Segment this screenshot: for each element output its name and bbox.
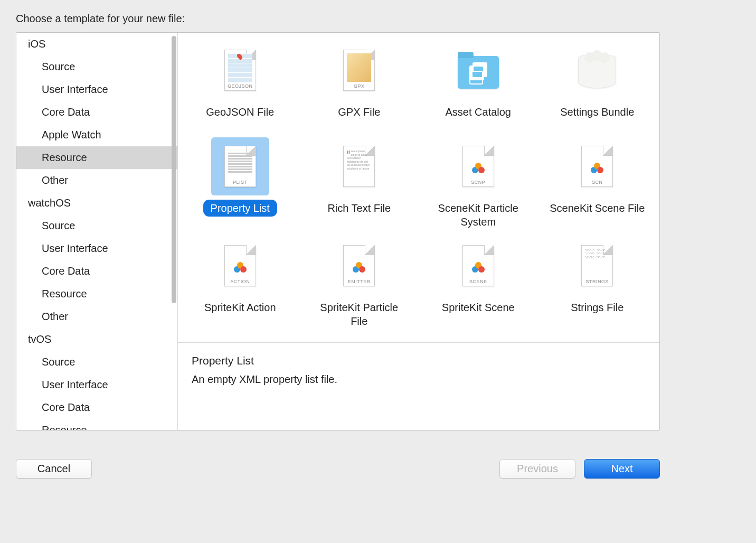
balls-file-icon: ACTION [224,245,256,286]
geojson-file-icon: GEOJSON [224,50,256,91]
sidebar-item-apple-watch[interactable]: Apple Watch [16,124,177,146]
template-item-settings-bundle[interactable]: Settings Bundle [541,41,655,131]
template-item-spritekit-action[interactable]: ACTIONSpriteKit Action [183,237,297,330]
template-label: SpriteKit Particle File [304,299,414,330]
template-label: GeoJSON File [199,104,281,131]
template-grid[interactable]: GEOJSONGeoJSON FileGPXGPX FileAsset Cata… [178,33,659,342]
sidebar-item-other[interactable]: Other [16,169,177,192]
dialog-button-bar: Cancel Previous Next [16,459,660,479]
template-icon-wrap [568,41,626,99]
template-label: SceneKit Scene File [542,200,652,227]
sidebar-scrollbar-thumb[interactable] [172,36,176,303]
template-icon-wrap: SCENE [449,237,507,295]
template-label: SpriteKit Scene [434,299,522,326]
template-label: SceneKit Particle System [423,200,534,230]
dialog-title: Choose a template for your new file: [0,0,676,32]
template-item-scenekit-particle-system[interactable]: SCNPSceneKit Particle System [421,137,535,230]
template-icon-wrap: PLIST [211,137,269,195]
sidebar-item-resource[interactable]: Resource [16,146,177,169]
template-icon-wrap: orem ipsum dolor sit amet consectetur ad… [330,137,388,195]
template-item-property-list[interactable]: PLISTProperty List [183,137,297,230]
gpx-file-icon: GPX [343,50,375,91]
new-file-template-dialog: Choose a template for your new file: iOS… [0,0,676,486]
template-category-sidebar[interactable]: iOSSourceUser InterfaceCore DataApple Wa… [16,33,178,430]
template-label: Rich Text File [320,200,398,227]
cancel-button[interactable]: Cancel [16,459,92,479]
sidebar-item-source[interactable]: Source [16,214,177,237]
template-item-spritekit-particle-file[interactable]: EMITTERSpriteKit Particle File [303,237,417,330]
template-label: Settings Bundle [553,104,641,131]
template-icon-wrap: GPX [330,41,388,99]
template-icon-wrap: SCNP [449,137,507,195]
template-icon-wrap: SCN [568,137,626,195]
sidebar-item-user-interface[interactable]: User Interface [16,78,177,101]
strings-file-icon: "k"="v"; "a"="b"; "c"="d"; "e"="f"; "g"=… [581,245,613,286]
template-label: Strings File [563,299,631,326]
template-item-spritekit-scene[interactable]: SCENESpriteKit Scene [421,237,535,330]
template-icon-wrap [449,41,507,99]
detail-title: Property List [192,354,646,367]
template-detail-pane: Property List An empty XML property list… [178,342,659,430]
detail-description: An empty XML property list file. [192,373,646,386]
template-label: Asset Catalog [438,104,518,131]
balls-file-icon: SCENE [462,245,494,286]
main-area: iOSSourceUser InterfaceCore DataApple Wa… [16,32,660,430]
sidebar-item-resource[interactable]: Resource [16,283,177,305]
template-item-scenekit-scene-file[interactable]: SCNSceneKit Scene File [541,137,655,230]
template-label: GPX File [330,104,388,131]
rtf-file-icon: orem ipsum dolor sit amet consectetur ad… [343,146,375,187]
template-icon-wrap: EMITTER [330,237,388,295]
sidebar-item-source[interactable]: Source [16,351,177,373]
sidebar-item-resource[interactable]: Resource [16,419,177,430]
template-icon-wrap: ACTION [211,237,269,295]
template-icon-wrap: "k"="v"; "a"="b"; "c"="d"; "e"="f"; "g"=… [568,237,626,295]
template-label: Property List [203,200,277,217]
sidebar-item-core-data[interactable]: Core Data [16,396,177,419]
sidebar-item-user-interface[interactable]: User Interface [16,237,177,260]
folder-icon [458,56,499,89]
balls-file-icon: SCNP [462,146,494,187]
plist-file-icon: PLIST [224,146,256,187]
sidebar-item-source[interactable]: Source [16,55,177,78]
sidebar-section-header[interactable]: tvOS [16,328,177,351]
sidebar-item-other[interactable]: Other [16,305,177,328]
sidebar-section-header[interactable]: iOS [16,33,177,55]
template-item-strings-file[interactable]: "k"="v"; "a"="b"; "c"="d"; "e"="f"; "g"=… [541,237,655,330]
sidebar-item-core-data[interactable]: Core Data [16,260,177,283]
balls-file-icon: EMITTER [343,245,375,286]
sidebar-item-user-interface[interactable]: User Interface [16,373,177,396]
next-button[interactable]: Next [584,459,660,479]
template-content-pane: GEOJSONGeoJSON FileGPXGPX FileAsset Cata… [178,33,659,430]
previous-button[interactable]: Previous [499,459,575,479]
template-label: SpriteKit Action [197,299,284,326]
template-item-gpx-file[interactable]: GPXGPX File [303,41,417,131]
bundle-icon [578,55,616,88]
template-item-rich-text-file[interactable]: orem ipsum dolor sit amet consectetur ad… [303,137,417,230]
sidebar-item-core-data[interactable]: Core Data [16,101,177,124]
template-item-asset-catalog[interactable]: Asset Catalog [421,41,535,131]
template-icon-wrap: GEOJSON [211,41,269,99]
template-item-geojson-file[interactable]: GEOJSONGeoJSON File [183,41,297,131]
balls-file-icon: SCN [581,146,613,187]
sidebar-section-header[interactable]: watchOS [16,192,177,214]
